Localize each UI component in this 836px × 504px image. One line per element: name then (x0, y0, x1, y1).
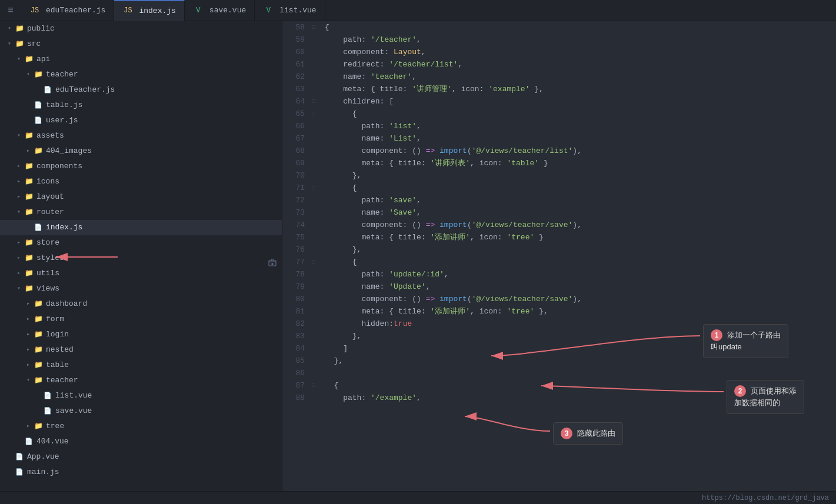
sidebar-item-src[interactable]: 📁src (0, 36, 282, 52)
fold-icon[interactable] (312, 367, 320, 379)
fold-icon[interactable] (312, 58, 320, 71)
item-label: nested (46, 343, 74, 356)
line-number: 72 (282, 194, 312, 206)
fold-icon[interactable] (312, 318, 320, 330)
fold-icon[interactable] (312, 293, 320, 305)
fold-icon[interactable] (312, 132, 320, 145)
sidebar-item-404-vue[interactable]: 📄404.vue (0, 434, 282, 449)
fold-icon[interactable]: □ (312, 379, 320, 392)
sidebar-item-public[interactable]: 📁public (0, 21, 282, 36)
sidebar-item-components[interactable]: 📁components (0, 159, 282, 174)
code-token: , (421, 48, 426, 56)
folder-icon: 📁 (33, 313, 44, 326)
sidebar-item-dashboard[interactable]: 📁dashboard (0, 296, 282, 312)
sidebar-item-styles[interactable]: 📁styles (0, 251, 282, 266)
sidebar-item-assets[interactable]: 📁assets (0, 128, 282, 143)
sidebar-item-teacher[interactable]: 📁teacher (0, 373, 282, 388)
tab-indexJs[interactable]: JS index.js (114, 0, 184, 21)
fold-icon[interactable]: □ (312, 182, 320, 194)
folder-chevron (14, 191, 24, 203)
fold-icon[interactable] (312, 219, 320, 231)
line-number: 75 (282, 231, 312, 243)
sidebar-item-login[interactable]: 📁login (0, 327, 282, 342)
sidebar-item-index-js[interactable]: 📄index.js (0, 220, 282, 235)
line-number: 86 (282, 367, 312, 379)
line-number: 87 (282, 379, 312, 392)
sidebar-item-store[interactable]: 📁store (0, 235, 282, 251)
annotation-3-text: 隐藏此路由 (577, 429, 615, 438)
line-content: name: 'Update', (320, 281, 836, 293)
item-label: login (46, 328, 69, 341)
code-token: '@/views/teacher/save' (472, 295, 573, 303)
tab-listVue[interactable]: V list.vue (255, 0, 325, 21)
fold-icon[interactable] (312, 206, 320, 219)
code-line-77: 77□ { (282, 256, 836, 268)
fold-icon[interactable] (312, 71, 320, 83)
sidebar-item-App-vue[interactable]: 📄App.vue (0, 449, 282, 465)
bottom-url: https://blog.csdn.net/grd_java (702, 494, 829, 502)
sidebar-item-api[interactable]: 📁api (0, 52, 282, 67)
new-folder-icon[interactable] (268, 258, 277, 269)
code-token (435, 221, 439, 229)
fold-icon[interactable] (312, 330, 320, 342)
sidebar-item-views[interactable]: 📁views (0, 281, 282, 296)
fold-icon[interactable] (312, 342, 320, 355)
tab-saveVue[interactable]: V save.vue (185, 0, 255, 21)
folder-icon: 📁 (33, 343, 44, 356)
fold-icon[interactable] (312, 145, 320, 157)
fold-icon[interactable]: □ (312, 108, 320, 120)
fold-icon[interactable] (312, 305, 320, 318)
sidebar-item-main-js[interactable]: 📄main.js (0, 465, 282, 480)
fold-icon[interactable]: □ (312, 256, 320, 268)
line-number: 64 (282, 95, 312, 108)
folder-chevron (14, 206, 24, 219)
sidebar-item-layout[interactable]: 📁layout (0, 189, 282, 205)
folder-chevron (24, 359, 33, 372)
code-token: { (325, 381, 338, 390)
code-line-63: 63 meta: { title: '讲师管理', icon: 'example… (282, 83, 836, 95)
folder-icon: 📁 (33, 68, 44, 81)
fold-icon[interactable] (312, 34, 320, 46)
sidebar-item-save-vue[interactable]: 📄save.vue (0, 403, 282, 419)
code-token: name: (325, 282, 389, 291)
sidebar-item-utils[interactable]: 📁utils (0, 266, 282, 281)
sidebar-item-icons[interactable]: 📁icons (0, 174, 282, 189)
sidebar-item-user-js[interactable]: 📄user.js (0, 113, 282, 128)
folder-icon: 📁 (33, 145, 44, 158)
item-label: tree (46, 420, 64, 433)
fold-icon[interactable]: □ (312, 95, 320, 108)
tab-bar-menu-icon[interactable]: ≡ (0, 5, 21, 16)
tab-eduTeacher[interactable]: JS eduTeacher.js (21, 0, 114, 21)
fold-icon[interactable] (312, 392, 320, 404)
sidebar-item-eduTeacher-js[interactable]: 📄eduTeacher.js (0, 82, 282, 98)
fold-icon[interactable] (312, 83, 320, 95)
fold-icon[interactable] (312, 120, 320, 132)
sidebar-item-router[interactable]: 📁router (0, 205, 282, 220)
fold-icon[interactable] (312, 169, 320, 182)
folder-chevron (24, 374, 33, 387)
fold-icon[interactable]: □ (312, 21, 320, 34)
sidebar-item-teacher[interactable]: 📁teacher (0, 67, 282, 82)
sidebar-item-tree[interactable]: 📁tree (0, 419, 282, 434)
fold-icon[interactable] (312, 281, 320, 293)
sidebar-item-list-vue[interactable]: 📄list.vue (0, 388, 282, 403)
fold-icon[interactable] (312, 194, 320, 206)
code-token: 'update/:id' (389, 270, 444, 279)
fold-icon[interactable] (312, 46, 320, 58)
line-number: 82 (282, 318, 312, 330)
folder-icon: 📁 (24, 53, 34, 66)
item-label: App.vue (27, 450, 59, 463)
fold-icon[interactable] (312, 157, 320, 169)
code-line-81: 81 meta: { title: '添加讲师', icon: 'tree' }… (282, 305, 836, 318)
fold-icon[interactable] (312, 268, 320, 281)
line-content: { (320, 182, 836, 194)
sidebar-item-form[interactable]: 📁form (0, 312, 282, 327)
sidebar-item-table[interactable]: 📁table (0, 358, 282, 373)
sidebar-item-nested[interactable]: 📁nested (0, 342, 282, 358)
sidebar: 📁public📁src📁api📁teacher📄eduTeacher.js📄ta… (0, 21, 282, 491)
fold-icon[interactable] (312, 355, 320, 367)
sidebar-item-table-js[interactable]: 📄table.js (0, 98, 282, 113)
fold-icon[interactable] (312, 243, 320, 256)
sidebar-item-404-images[interactable]: 📁404_images (0, 143, 282, 159)
fold-icon[interactable] (312, 231, 320, 243)
